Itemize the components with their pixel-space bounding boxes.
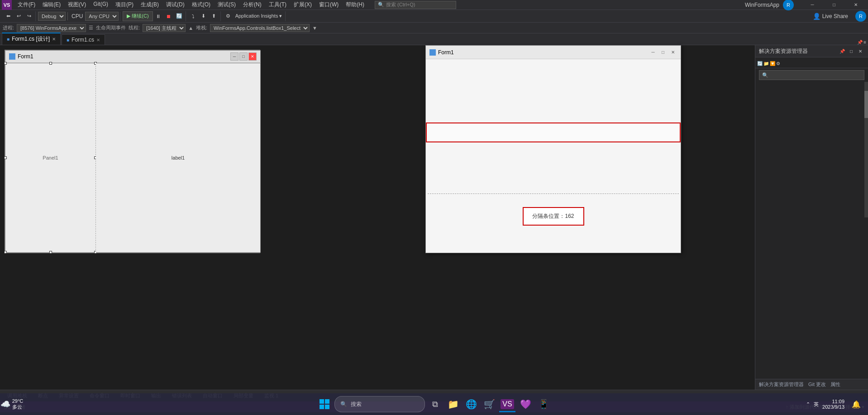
solution-search[interactable]: 🔍 (759, 70, 864, 80)
pause-button[interactable]: ⏸ (153, 11, 163, 21)
solution-scrollbar[interactable] (864, 82, 868, 217)
runtime-close-btn[interactable]: ✕ (669, 48, 677, 57)
continue-button[interactable]: ▶ 继续(C) (123, 11, 153, 21)
runtime-form[interactable]: Form1 ─ □ ✕ 分隔条位置：162 (425, 45, 681, 253)
settings-button[interactable]: ⚙ (223, 11, 233, 21)
app-insights-button[interactable]: Application Insights ▾ (234, 11, 284, 21)
clock[interactable]: 11:09 2023/9/13 (822, 399, 844, 410)
sol-settings-button[interactable]: ⚙ (776, 61, 780, 66)
sol-sync-button[interactable]: 🔄 (757, 61, 763, 66)
menu-help[interactable]: 帮助(H) (343, 0, 367, 9)
sol-new-folder-button[interactable]: 📁 (763, 61, 769, 66)
solution-close-button[interactable]: ✕ (856, 47, 864, 55)
tab-form1-design[interactable]: ■ Form1.cs [设计] ✕ (2, 33, 61, 45)
designer-close-btn[interactable]: ✕ (248, 52, 257, 61)
designer-panel1[interactable]: Panel1 (5, 63, 96, 252)
cpu-select[interactable]: Any CPU (85, 12, 119, 21)
taskbar-dotnet-icon[interactable]: 💜 (517, 396, 534, 412)
solution-pin-button[interactable]: 📌 (838, 47, 846, 55)
taskbar-search[interactable]: 🔍 搜索 (334, 396, 425, 412)
menu-git[interactable]: Git(G) (90, 0, 111, 9)
footer-properties[interactable]: 属性 (830, 381, 840, 388)
tab-close-cs[interactable]: ✕ (96, 38, 100, 42)
tab-form1-cs[interactable]: ■ Form1.cs ✕ (62, 34, 105, 45)
taskbar-vs-icon[interactable]: VS (499, 396, 515, 412)
restore-button[interactable]: □ (824, 0, 844, 10)
debug-mode-select[interactable]: Debug (38, 12, 66, 21)
handle-bl[interactable] (4, 251, 7, 254)
tab-pin-button[interactable]: 📌 (857, 40, 863, 45)
runtime-form-body: 分隔条位置：162 (426, 59, 681, 253)
form-designer[interactable]: Form1 ─ □ ✕ Panel1 (5, 50, 260, 253)
live-share-button[interactable]: 👤 Live Share (810, 12, 851, 21)
footer-git-changes[interactable]: Git 更改 (808, 381, 826, 388)
runtime-max-btn[interactable]: □ (659, 48, 667, 57)
menu-edit[interactable]: 编辑(E) (39, 0, 64, 9)
menu-tools[interactable]: 工具(T) (266, 0, 290, 9)
toolbar-group-misc: ⚙ Application Insights ▾ (222, 11, 286, 21)
handle-tl[interactable] (4, 62, 7, 65)
notification-button[interactable]: 🔔 (848, 396, 864, 412)
back-button[interactable]: ⬅ (3, 11, 13, 21)
task-view-button[interactable]: ⧉ (427, 396, 443, 412)
menu-test[interactable]: 测试(S) (215, 0, 239, 9)
taskbar-android-icon[interactable]: 📱 (535, 396, 552, 412)
menu-search[interactable]: 🔍 搜索 (Ctrl+Q) (375, 1, 456, 9)
tab-list-button[interactable]: ≡ (863, 40, 866, 45)
undo-button[interactable]: ↩ (14, 11, 24, 21)
solution-maximize-button[interactable]: □ (847, 47, 855, 55)
start-button[interactable] (316, 396, 333, 412)
taskbar-folder-icon[interactable]: 📁 (445, 396, 461, 412)
toolbar-user-avatar[interactable]: R (855, 11, 866, 22)
menu-window[interactable]: 窗口(W) (316, 0, 342, 9)
runtime-min-btn[interactable]: ─ (649, 48, 657, 57)
redo-button[interactable]: ↪ (24, 11, 34, 21)
weather-widget[interactable]: ☁️ 29°C 多云 (4, 396, 20, 412)
solution-explorer-body: 🔄 📁 🔽 ⚙ 🔍 (755, 57, 868, 379)
menu-items: 文件(F) 编辑(E) 视图(V) Git(G) 项目(P) 生成(B) 调试(… (14, 0, 367, 9)
menu-analyze[interactable]: 分析(N) (240, 0, 265, 9)
taskbar-right: ⌃ 英 11:09 2023/9/13 🔔 (806, 396, 864, 412)
user-avatar[interactable]: R (783, 0, 794, 10)
heap-select[interactable]: WinFormsApp.Controls.listBox1_Select (210, 24, 310, 32)
close-button[interactable]: ✕ (845, 0, 866, 10)
minimize-button[interactable]: ─ (802, 0, 823, 10)
designer-max-btn[interactable]: □ (239, 52, 248, 61)
menu-format[interactable]: 格式(O) (189, 0, 214, 9)
splitter-line[interactable] (428, 193, 679, 194)
menu-file[interactable]: 文件(F) (14, 0, 38, 9)
taskbar-edge-icon[interactable]: 🌐 (463, 396, 479, 412)
handle-bc[interactable] (49, 251, 52, 254)
splitter-highlight[interactable] (426, 123, 681, 142)
menu-debug[interactable]: 调试(D) (163, 0, 188, 9)
vs-logo[interactable]: VS (2, 0, 12, 10)
restart-button[interactable]: 🔄 (174, 11, 184, 21)
sol-filter-button[interactable]: 🔽 (770, 61, 775, 66)
menu-extensions[interactable]: 扩展(X) (291, 0, 315, 9)
designer-min-btn[interactable]: ─ (230, 52, 238, 61)
notification-icon: 🔔 (852, 400, 861, 409)
footer-solution-explorer[interactable]: 解决方案资源管理器 (759, 381, 804, 388)
menu-bar: VS 文件(F) 编辑(E) 视图(V) Git(G) 项目(P) 生成(B) … (0, 0, 868, 10)
solution-explorer-footer: 解决方案资源管理器 Git 更改 属性 (755, 379, 868, 390)
step-into-button[interactable]: ⬇ (199, 11, 209, 21)
system-tray[interactable]: ⌃ (806, 401, 810, 407)
heap-control[interactable]: ▼ (312, 25, 317, 31)
stop-button[interactable]: ⏹ (164, 11, 174, 21)
taskbar-search-icon: 🔍 (340, 401, 347, 407)
scrollbar-thumb[interactable] (864, 91, 868, 118)
menu-project[interactable]: 项目(P) (112, 0, 137, 9)
menu-build[interactable]: 生成(B) (138, 0, 162, 9)
designer-form-body: Panel1 label1 (5, 63, 261, 253)
lang-indicator[interactable]: 英 (814, 401, 819, 408)
process-select[interactable]: [8576] WinFormsApp.exe (17, 24, 86, 32)
step-out-button[interactable]: ⬆ (209, 11, 219, 21)
taskbar-store-icon[interactable]: 🛒 (481, 396, 497, 412)
step-over-button[interactable]: ⤵ (188, 11, 198, 21)
handle-ml[interactable] (4, 156, 7, 159)
tab-close-design[interactable]: ✕ (52, 37, 56, 42)
menu-view[interactable]: 视图(V) (65, 0, 89, 9)
thread-select[interactable]: [1640] 主线程 (143, 24, 186, 32)
toolbar-group-debug: Debug CPU Any CPU (37, 12, 120, 21)
handle-tc[interactable] (49, 62, 52, 65)
